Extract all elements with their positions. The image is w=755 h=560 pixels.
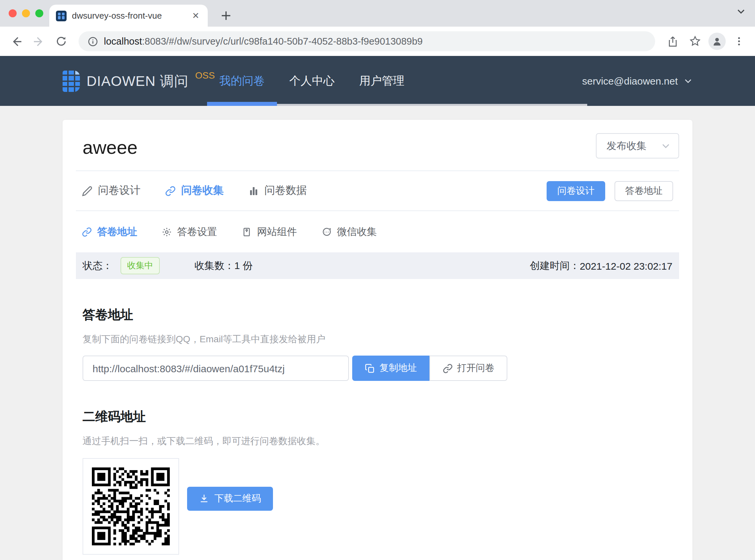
qrcode-desc: 通过手机扫一扫，或下载二维码，即可进行问卷数据收集。 [83,436,672,447]
new-tab-button[interactable] [217,7,234,24]
tab-close-icon[interactable]: ✕ [190,11,201,21]
tab-survey-design[interactable]: 问卷设计 [82,184,141,198]
survey-url-input[interactable] [83,356,349,381]
url-text: localhost:8083/#/dw/survey/c/url/c98fa14… [104,36,423,47]
gear-icon [162,227,172,237]
forward-button[interactable] [29,32,48,51]
survey-title: aweee [83,137,672,159]
tab-title: dwsurvey-oss-front-vue [72,11,185,21]
answer-url-desc: 复制下面的问卷链接到QQ，Email等工具中直接发给被用户 [83,334,672,345]
url-host: localhost [104,36,142,47]
answer-url-heading: 答卷地址 [83,306,672,324]
subtab-wechat-collect[interactable]: 微信收集 [322,225,377,238]
user-email: service@diaowen.net [582,75,678,86]
copy-url-button[interactable]: 复制地址 [352,356,429,381]
qrcode-frame [83,458,179,555]
nav-item-my-surveys[interactable]: 我的问卷 [207,56,277,106]
qrcode-section: 二维码地址 通过手机扫一扫，或下载二维码，即可进行问卷数据收集。 下载二维码 [76,408,679,555]
link-icon [443,363,452,373]
status-bar: 状态： 收集中 收集数： 1 份 创建时间： 2021-12-02 23:02:… [76,252,679,279]
nav-item-personal-center[interactable]: 个人中心 [277,56,347,106]
maximize-window-button[interactable] [35,9,43,17]
design-button[interactable]: 问卷设计 [547,181,605,201]
qr-code-image [92,467,170,545]
window-controls [9,9,43,17]
link-icon [165,185,176,196]
site-favicon [56,10,66,21]
publish-select-value: 发布收集 [607,140,647,152]
download-qrcode-button[interactable]: 下载二维码 [187,486,273,511]
share-icon[interactable] [663,32,682,51]
page-body: aweee 发布收集 问卷设计 问卷收集 问卷数据 [0,106,755,560]
close-window-button[interactable] [9,9,17,17]
qrcode-row: 下载二维码 [83,458,672,555]
answer-url-section: 答卷地址 复制下面的问卷链接到QQ，Email等工具中直接发给被用户 复制地址 … [76,306,679,381]
main-nav: 我的问卷 个人中心 用户管理 [207,56,587,106]
survey-tabs: 问卷设计 问卷收集 问卷数据 问卷设计 答卷地址 [76,171,679,211]
reload-button[interactable] [52,32,70,51]
download-icon [199,494,209,503]
brand-name: DIAOWEN 调问 [86,72,188,90]
chevron-down-icon [684,77,692,85]
chat-bubble-icon [322,227,331,237]
chevron-down-icon [661,141,670,151]
collect-count-label: 收集数： [195,259,234,272]
title-row: aweee 发布收集 [76,120,679,171]
publish-select[interactable]: 发布收集 [596,133,679,159]
status-label: 状态： [83,259,113,272]
browser-tabstrip: dwsurvey-oss-front-vue ✕ [0,0,755,27]
back-button[interactable] [7,32,25,51]
browser-menu-icon[interactable] [730,32,748,51]
url-bar[interactable]: localhost:8083/#/dw/survey/c/url/c98fa14… [79,31,655,51]
browser-profile-avatar[interactable] [708,33,726,50]
subtab-answer-url[interactable]: 答卷地址 [82,225,137,238]
tag-icon [242,227,252,237]
minimize-window-button[interactable] [22,9,30,17]
tab-survey-collect[interactable]: 问卷收集 [165,184,224,198]
link-icon [82,227,92,237]
browser-toolbar: localhost:8083/#/dw/survey/c/url/c98fa14… [0,27,755,56]
status-badge: 收集中 [121,257,160,274]
copy-icon [365,363,375,373]
created-time-label: 创建时间： [530,259,579,272]
subtab-site-widget[interactable]: 网站组件 [242,225,297,238]
brand-logo[interactable]: DIAOWEN 调问 OSS [63,56,215,106]
subtab-answer-settings[interactable]: 答卷设置 [162,225,217,238]
survey-card: aweee 发布收集 问卷设计 问卷收集 问卷数据 [63,120,692,560]
open-survey-button[interactable]: 打开问卷 [429,356,507,381]
app-header: DIAOWEN 调问 OSS 我的问卷 个人中心 用户管理 service@di… [0,56,755,106]
bar-chart-icon [248,185,259,196]
pencil-icon [82,185,93,196]
tab-survey-data[interactable]: 问卷数据 [248,184,307,198]
bookmark-star-icon[interactable] [686,32,705,51]
browser-tab[interactable]: dwsurvey-oss-front-vue ✕ [49,5,208,27]
created-time-value: 2021-12-02 23:02:17 [579,260,672,271]
site-info-icon[interactable] [88,36,98,46]
user-dropdown[interactable]: service@diaowen.net [582,56,692,106]
answer-address-button[interactable]: 答卷地址 [614,181,673,201]
answer-url-row: 复制地址 打开问卷 [83,356,672,381]
survey-actions: 问卷设计 答卷地址 [547,181,673,201]
browser-window: dwsurvey-oss-front-vue ✕ localhost:8083/… [0,0,755,560]
tab-search-chevron-icon[interactable] [736,7,746,16]
url-path: :8083/#/dw/survey/c/url/c98fa140-50b7-40… [142,36,423,47]
collect-subtabs: 答卷地址 答卷设置 网站组件 微信收集 [76,211,679,252]
brand-grid-icon [63,70,80,92]
collect-count-value: 1 份 [234,259,253,272]
qrcode-heading: 二维码地址 [83,408,672,425]
nav-item-user-management[interactable]: 用户管理 [347,56,417,106]
